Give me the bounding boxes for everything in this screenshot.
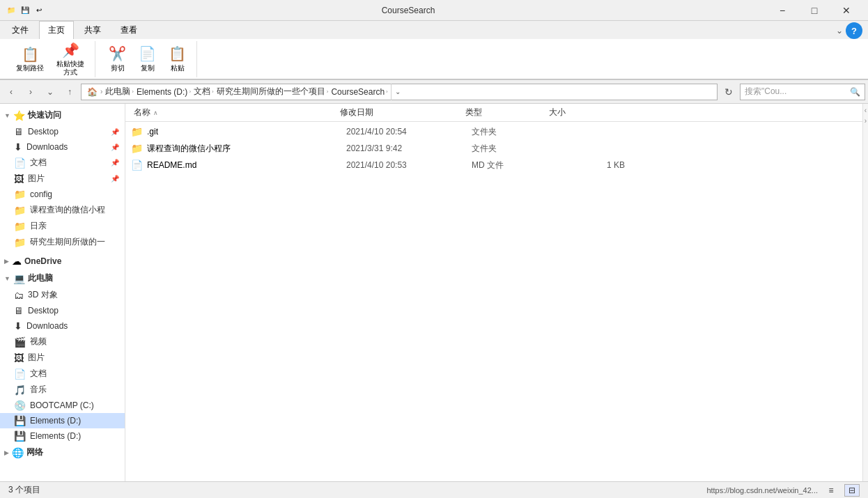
path-sep-0: › xyxy=(100,88,102,95)
search-icon[interactable]: 🔍 xyxy=(850,87,860,97)
sidebar-item-research[interactable]: 📁 研究生期间所做的一 xyxy=(0,234,125,250)
sidebar-item-docs-pc[interactable]: 📄 文档 xyxy=(0,366,125,382)
path-current-arrow[interactable]: › xyxy=(386,88,388,95)
help-button[interactable]: ? xyxy=(846,22,862,39)
path-projects[interactable]: 研究生期间所做的一些个项目 › xyxy=(217,86,329,98)
network-header[interactable]: ▶ 🌐 网络 xyxy=(0,444,125,461)
sidebar-item-elements-d[interactable]: 💾 Elements (D:) xyxy=(0,413,125,428)
diary-icon: 📁 xyxy=(14,221,26,232)
minimize-button[interactable]: − xyxy=(766,0,798,21)
tab-share[interactable]: 共享 xyxy=(75,21,110,39)
thispc-header[interactable]: ▼ 💻 此电脑 xyxy=(0,270,125,287)
table-row[interactable]: 📄 README.md 2021/4/10 20:53 MD 文件 1 KB xyxy=(125,157,862,173)
sidebar-item-config[interactable]: 📁 config xyxy=(0,187,125,202)
col-type-label: 类型 xyxy=(465,107,482,118)
path-thispc[interactable]: 此电脑 › xyxy=(105,86,134,98)
thispc-arrow: ▼ xyxy=(4,275,10,282)
maximize-button[interactable]: □ xyxy=(798,0,830,21)
copy-path-label: 复制路径 xyxy=(16,64,44,72)
quick-access-header[interactable]: ▼ ⭐ 快速访问 xyxy=(0,107,125,124)
sidebar-item-wechat[interactable]: 📁 课程查询的微信小程 xyxy=(0,202,125,218)
pictures-pc-label: 图片 xyxy=(28,352,45,364)
3d-label: 3D 对象 xyxy=(28,289,58,301)
tab-view[interactable]: 查看 xyxy=(111,21,146,39)
file-name-2: README.md xyxy=(147,160,346,170)
sidebar-item-bootcamp[interactable]: 💿 BOOTCAMP (C:) xyxy=(0,398,125,413)
onedrive-icon: ☁ xyxy=(12,256,22,267)
elements-d-icon: 💾 xyxy=(14,415,26,426)
organize-group: ✂️ 剪切 📄 复制 📋 粘贴 xyxy=(98,41,197,77)
nav-dropdown-button[interactable]: ⌄ xyxy=(42,84,59,100)
col-name-label: 名称 xyxy=(134,107,150,118)
table-row[interactable]: 📁 .git 2021/4/10 20:54 文件夹 xyxy=(125,123,862,140)
elements-d2-label: Elements (D:) xyxy=(30,431,81,441)
col-date-header[interactable]: 修改日期 xyxy=(340,107,465,118)
downloads-pc-icon: ⬇ xyxy=(14,320,22,332)
sidebar-item-downloads-pc[interactable]: ⬇ Downloads xyxy=(0,318,125,334)
tab-home[interactable]: 主页 xyxy=(39,21,74,39)
sidebar-item-diary[interactable]: 📁 日亲 xyxy=(0,218,125,234)
file-type-1: 文件夹 xyxy=(472,143,555,155)
col-name-header[interactable]: 名称 ∧ xyxy=(131,107,340,118)
path-drive-arrow[interactable]: › xyxy=(189,88,191,95)
sidebar-item-docs-quick[interactable]: 📄 文档 📌 xyxy=(0,155,125,171)
docs-pc-icon: 📄 xyxy=(14,368,26,380)
path-docs[interactable]: 文档 › xyxy=(194,86,214,98)
ribbon-expand-button[interactable]: ⌄ xyxy=(836,26,843,36)
nav-forward-button[interactable]: › xyxy=(22,84,39,100)
network-icon: 🌐 xyxy=(12,447,24,458)
cut-icon: ✂️ xyxy=(109,45,126,62)
network-arrow: ▶ xyxy=(4,449,9,456)
path-drive[interactable]: Elements (D:) › xyxy=(137,87,191,97)
file-date-0: 2021/4/10 20:54 xyxy=(346,127,472,137)
col-type-header[interactable]: 类型 xyxy=(465,107,549,118)
ribbon-content: 📋 复制路径 📌 粘贴快捷方式 ✂️ 剪切 📄 复制 📋 粘贴 xyxy=(0,39,868,79)
path-docs-arrow[interactable]: › xyxy=(212,88,214,95)
paste-shortcut-button[interactable]: 📌 粘贴快捷方式 xyxy=(52,42,89,76)
sidebar-item-music[interactable]: 🎵 音乐 xyxy=(0,382,125,398)
undo-icon[interactable]: ↩ xyxy=(33,5,45,16)
sidebar-item-pictures-pc[interactable]: 🖼 图片 xyxy=(0,350,125,366)
nav-up-button[interactable]: ↑ xyxy=(61,84,78,100)
view-details-button[interactable]: ⊟ xyxy=(844,484,860,497)
table-row[interactable]: 📁 课程查询的微信小程序 2021/3/31 9:42 文件夹 xyxy=(125,140,862,157)
close-button[interactable]: ✕ xyxy=(830,0,862,21)
right-panel-down-arrow[interactable]: › xyxy=(865,117,867,125)
col-size-header[interactable]: 大小 xyxy=(549,107,619,118)
paste-button[interactable]: 📋 粘贴 xyxy=(164,42,191,76)
elements-d-label: Elements (D:) xyxy=(30,416,81,426)
path-current[interactable]: CourseSearch › xyxy=(331,87,387,97)
path-projects-arrow[interactable]: › xyxy=(327,88,329,95)
address-path[interactable]: 🏠 › 此电脑 › Elements (D:) › 文档 › 研究生期间所做的一… xyxy=(81,84,718,100)
search-box[interactable]: 搜索"Cou... 🔍 xyxy=(740,84,865,100)
window-title: CourseSearch xyxy=(50,6,766,15)
copy-path-button[interactable]: 📋 复制路径 xyxy=(11,42,49,76)
cut-button[interactable]: ✂️ 剪切 xyxy=(104,42,131,76)
sidebar-item-elements-d2[interactable]: 💾 Elements (D:) xyxy=(0,428,125,444)
elements-d2-icon: 💾 xyxy=(14,430,26,442)
sidebar-item-desktop-quick[interactable]: 🖥 Desktop 📌 xyxy=(0,124,125,139)
pictures-quick-label: 图片 xyxy=(28,173,45,185)
refresh-button[interactable]: ↻ xyxy=(720,84,737,100)
copy-path-icon: 📋 xyxy=(22,46,39,63)
nav-back-button[interactable]: ‹ xyxy=(3,84,20,100)
path-docs-label: 文档 xyxy=(194,86,210,98)
copy-button[interactable]: 📄 复制 xyxy=(134,42,161,76)
save-icon[interactable]: 💾 xyxy=(20,5,31,16)
onedrive-header[interactable]: ▶ ☁ OneDrive xyxy=(0,253,125,270)
path-home[interactable]: 🏠 xyxy=(87,87,98,97)
search-placeholder: 搜索"Cou... xyxy=(745,86,850,98)
path-thispc-arrow[interactable]: › xyxy=(132,88,134,95)
sidebar-item-pictures-quick[interactable]: 🖼 图片 📌 xyxy=(0,171,125,187)
view-list-button[interactable]: ≡ xyxy=(823,484,839,497)
downloads-pc-label: Downloads xyxy=(26,321,68,331)
sidebar-item-videos[interactable]: 🎬 视频 xyxy=(0,334,125,350)
tab-file[interactable]: 文件 xyxy=(3,21,38,39)
sidebar-item-desktop-pc[interactable]: 🖥 Desktop xyxy=(0,303,125,318)
path-current-label: CourseSearch xyxy=(331,87,385,97)
sidebar-item-3d[interactable]: 🗂 3D 对象 xyxy=(0,287,125,303)
column-headers: 名称 ∧ 修改日期 类型 大小 xyxy=(125,104,862,122)
address-expand-button[interactable]: ⌄ xyxy=(391,84,405,100)
sidebar-item-downloads-quick[interactable]: ⬇ Downloads 📌 xyxy=(0,139,125,155)
right-panel-up-arrow[interactable]: ‹ xyxy=(865,107,867,114)
